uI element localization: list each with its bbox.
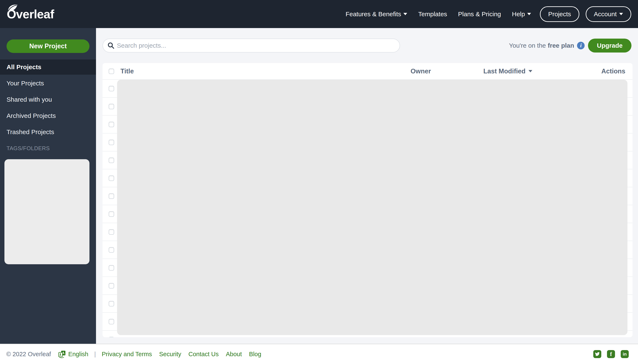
upgrade-button[interactable]: Upgrade <box>588 38 631 52</box>
overleaf-leaf-icon <box>7 4 18 12</box>
page-footer: © 2022 Overleaf A English | Privacy and … <box>0 344 638 364</box>
top-navbar: Overleaf Features & Benefits Templates P… <box>0 0 638 28</box>
chevron-down-icon <box>619 13 623 15</box>
row-checkbox[interactable] <box>109 283 114 288</box>
row-checkbox[interactable] <box>109 194 114 199</box>
footer-link-blog[interactable]: Blog <box>249 351 261 358</box>
row-checkbox[interactable] <box>109 122 114 127</box>
row-checkbox-cell <box>103 265 117 270</box>
facebook-icon[interactable]: f <box>607 350 615 358</box>
header-actions-cell: Actions <box>582 68 632 75</box>
row-checkbox-cell <box>103 158 117 163</box>
language-selector[interactable]: A English <box>58 350 88 358</box>
tags-folders-heading: TAGS/FOLDERS <box>0 145 96 152</box>
translate-icon: A <box>58 350 66 358</box>
nav-help-label: Help <box>512 10 525 18</box>
nav-templates-label: Templates <box>418 10 447 18</box>
row-checkbox-cell <box>103 283 117 288</box>
column-header-actions: Actions <box>601 68 625 75</box>
column-header-owner: Owner <box>411 68 431 75</box>
footer-divider: | <box>94 351 96 358</box>
projects-button[interactable]: Projects <box>540 6 579 22</box>
sidebar-item-shared-with-you[interactable]: Shared with you <box>0 92 96 107</box>
facebook-f-glyph: f <box>610 351 612 358</box>
sidebar-item-your-projects[interactable]: Your Projects <box>0 76 96 91</box>
copyright-text: © 2022 Overleaf <box>6 351 51 358</box>
nav-help[interactable]: Help <box>512 10 531 18</box>
sidebar-item-label: Shared with you <box>7 96 52 103</box>
row-checkbox-cell <box>103 104 117 109</box>
twitter-icon[interactable] <box>593 350 601 358</box>
column-header-title: Title <box>121 68 134 75</box>
sidebar-item-label: Archived Projects <box>7 112 56 119</box>
projects-sidebar: New Project All Projects Your Projects S… <box>0 28 96 344</box>
sidebar-item-label: Trashed Projects <box>7 128 54 136</box>
row-checkbox[interactable] <box>109 319 114 324</box>
tags-list-redacted-block <box>5 159 90 264</box>
overleaf-project-dashboard: Overleaf Features & Benefits Templates P… <box>0 0 638 364</box>
sidebar-item-all-projects[interactable]: All Projects <box>0 60 96 75</box>
row-checkbox[interactable] <box>109 86 114 91</box>
nav-plans-pricing[interactable]: Plans & Pricing <box>458 10 501 18</box>
row-checkbox-cell <box>103 122 117 127</box>
nav-features-benefits-label: Features & Benefits <box>346 10 401 18</box>
plan-status-text: You're on thefree plan <box>509 42 574 49</box>
nav-plans-pricing-label: Plans & Pricing <box>458 10 501 18</box>
select-all-checkbox[interactable] <box>109 68 114 74</box>
footer-link-security[interactable]: Security <box>159 351 181 358</box>
row-checkbox-cell <box>103 140 117 145</box>
projects-table: Title Owner Last Modified Actions <box>103 63 632 337</box>
row-checkbox[interactable] <box>109 211 114 217</box>
account-button-label: Account <box>594 10 617 18</box>
header-last-modified-cell[interactable]: Last Modified <box>483 68 582 75</box>
nav-features-benefits[interactable]: Features & Benefits <box>346 10 407 18</box>
header-title-cell: Title <box>117 68 411 75</box>
sidebar-item-label: All Projects <box>7 64 41 71</box>
account-menu-button[interactable]: Account <box>586 6 631 22</box>
row-checkbox-cell <box>103 86 117 91</box>
search-container <box>103 38 400 52</box>
header-owner-cell: Owner <box>411 68 483 75</box>
sidebar-item-archived-projects[interactable]: Archived Projects <box>0 108 96 123</box>
navbar-buttons: Projects Account <box>540 6 631 22</box>
footer-link-privacy[interactable]: Privacy and Terms <box>102 351 152 358</box>
navbar-links: Features & Benefits Templates Plans & Pr… <box>346 10 531 18</box>
plan-upgrade-cluster: You're on thefree plan i Upgrade <box>509 38 631 52</box>
column-header-last-modified: Last Modified <box>483 68 525 75</box>
row-checkbox[interactable] <box>109 337 114 338</box>
row-checkbox-cell <box>103 229 117 235</box>
sidebar-item-trashed-projects[interactable]: Trashed Projects <box>0 124 96 140</box>
nav-templates[interactable]: Templates <box>418 10 447 18</box>
row-checkbox[interactable] <box>109 140 114 145</box>
linkedin-icon[interactable]: in <box>621 350 629 358</box>
header-checkbox-cell <box>103 68 117 74</box>
row-checkbox-cell <box>103 247 117 253</box>
row-checkbox-cell <box>103 194 117 199</box>
footer-link-about[interactable]: About <box>226 351 242 358</box>
project-rows-redacted-block <box>117 80 627 335</box>
row-checkbox-cell <box>103 319 117 324</box>
plan-info-icon[interactable]: i <box>577 42 585 49</box>
search-icon <box>107 42 115 49</box>
row-checkbox[interactable] <box>109 229 114 235</box>
social-links: f in <box>593 350 629 358</box>
row-checkbox[interactable] <box>109 176 114 181</box>
footer-links: Privacy and Terms Security Contact Us Ab… <box>102 351 261 358</box>
twitter-bird-glyph <box>595 352 600 356</box>
chevron-down-icon <box>527 13 531 15</box>
plan-name: free plan <box>548 42 574 49</box>
projects-button-label: Projects <box>548 10 571 18</box>
search-projects-input[interactable] <box>103 38 400 52</box>
row-checkbox[interactable] <box>109 104 114 109</box>
main-content: You're on thefree plan i Upgrade Title O… <box>96 28 638 344</box>
overleaf-logo[interactable]: Overleaf <box>7 8 54 20</box>
row-checkbox[interactable] <box>109 158 114 163</box>
sidebar-item-label: Your Projects <box>7 80 44 87</box>
row-checkbox[interactable] <box>109 301 114 306</box>
new-project-button[interactable]: New Project <box>7 40 90 53</box>
footer-link-contact[interactable]: Contact Us <box>188 351 219 358</box>
sort-desc-icon[interactable] <box>528 70 532 72</box>
row-checkbox[interactable] <box>109 247 114 253</box>
row-checkbox[interactable] <box>109 265 114 270</box>
chevron-down-icon <box>403 13 407 15</box>
